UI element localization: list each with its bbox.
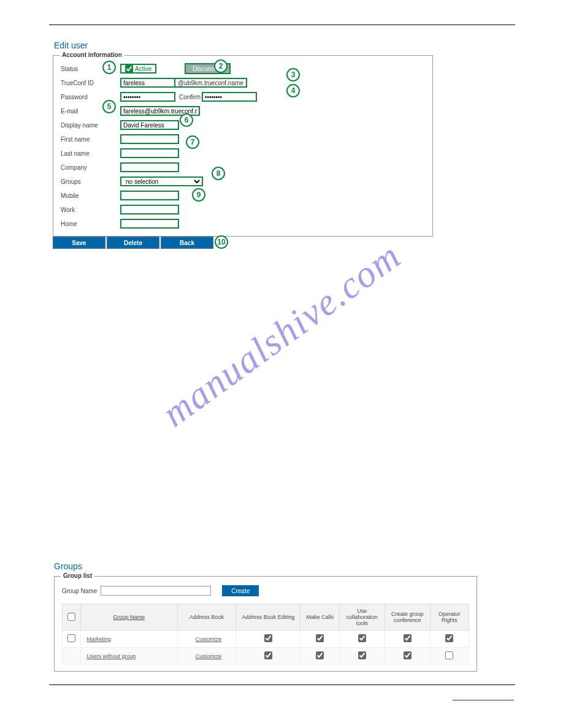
group-list-legend: Group list bbox=[61, 572, 94, 579]
table-row: Users without group Customize bbox=[63, 648, 469, 665]
display-name-input[interactable] bbox=[120, 120, 179, 130]
cb-or[interactable] bbox=[445, 634, 453, 642]
cb-cc[interactable] bbox=[404, 651, 412, 659]
callout-5: 5 bbox=[102, 100, 116, 113]
rule-bottom bbox=[49, 684, 515, 685]
groups-tbody: Marketing Customize Users without group … bbox=[63, 631, 469, 665]
trueconf-id-input[interactable] bbox=[120, 78, 175, 88]
cb-mc[interactable] bbox=[316, 651, 324, 659]
cb-abe[interactable] bbox=[264, 634, 272, 642]
group-link[interactable]: Marketing bbox=[80, 631, 177, 648]
callout-3: 3 bbox=[286, 68, 300, 82]
last-name-input[interactable] bbox=[120, 148, 179, 158]
callout-9: 9 bbox=[192, 188, 205, 202]
edit-user-title: Edit user bbox=[54, 40, 515, 50]
customize-link[interactable]: Customize bbox=[177, 631, 236, 648]
callout-7: 7 bbox=[186, 135, 199, 149]
first-name-input[interactable] bbox=[120, 134, 179, 144]
account-info-fieldset: Account information 1 2 3 4 5 6 7 8 9 St… bbox=[53, 55, 433, 237]
display-name-label: Display name bbox=[61, 122, 120, 129]
select-all-checkbox[interactable] bbox=[67, 613, 75, 621]
home-label: Home bbox=[61, 221, 120, 227]
work-input[interactable] bbox=[120, 205, 179, 214]
callout-2: 2 bbox=[214, 59, 228, 73]
groups-area: Groups Group list Group Name Create Grou… bbox=[54, 561, 515, 672]
company-label: Company bbox=[61, 164, 120, 171]
th-use-collab: Use collaboration tools bbox=[339, 604, 385, 631]
trueconf-id-label: TrueConf ID bbox=[61, 80, 120, 86]
group-name-input[interactable] bbox=[101, 586, 211, 596]
cb-uc[interactable] bbox=[358, 634, 366, 642]
account-info-legend: Account information bbox=[59, 51, 124, 58]
save-button[interactable]: Save bbox=[53, 237, 105, 249]
footer-link-underline bbox=[453, 700, 514, 700]
groups-title: Groups bbox=[54, 561, 515, 571]
confirm-label: Confirm bbox=[179, 94, 201, 100]
groups-select[interactable]: no selection bbox=[120, 176, 203, 186]
password-input[interactable] bbox=[120, 92, 175, 102]
group-link[interactable]: Users without group bbox=[80, 648, 177, 665]
mobile-input[interactable] bbox=[120, 191, 179, 200]
last-name-label: Last name bbox=[61, 150, 120, 157]
back-button[interactable]: Back bbox=[161, 237, 213, 249]
callout-6: 6 bbox=[180, 113, 193, 127]
th-address-book: Address Book bbox=[177, 604, 236, 631]
callout-10: 10 bbox=[215, 235, 228, 249]
create-button[interactable]: Create bbox=[222, 585, 259, 596]
customize-link[interactable]: Customize bbox=[177, 648, 236, 665]
group-name-label: Group Name bbox=[62, 588, 97, 594]
callout-4: 4 bbox=[286, 84, 300, 97]
cb-uc[interactable] bbox=[358, 651, 366, 659]
password-label: Password bbox=[61, 94, 120, 100]
th-address-book-editing: Address Book Editing bbox=[236, 604, 301, 631]
groups-table: Group Name Address Book Address Book Edi… bbox=[62, 604, 469, 665]
row-checkbox[interactable] bbox=[67, 634, 75, 642]
th-operator-rights: Operator Rights bbox=[430, 604, 469, 631]
rule-top bbox=[49, 25, 515, 25]
active-checkbox[interactable] bbox=[125, 65, 133, 73]
first-name-label: First name bbox=[61, 136, 120, 143]
th-group-name[interactable]: Group Name bbox=[80, 604, 177, 631]
page-content: Edit user Account information 1 2 3 4 5 … bbox=[49, 25, 515, 672]
table-row: Marketing Customize bbox=[63, 631, 469, 648]
callout-8: 8 bbox=[212, 167, 225, 180]
delete-button[interactable]: Delete bbox=[107, 237, 159, 249]
cb-abe[interactable] bbox=[264, 651, 272, 659]
home-input[interactable] bbox=[120, 219, 179, 229]
active-checkbox-wrap[interactable]: Active bbox=[120, 64, 156, 74]
cb-cc[interactable] bbox=[404, 634, 412, 642]
trueconf-domain: @ub9km.trueconf.name bbox=[174, 78, 247, 88]
confirm-input[interactable] bbox=[202, 92, 257, 102]
button-bar: Save Delete Back 10 bbox=[53, 237, 433, 249]
th-make-calls: Make Calls bbox=[301, 604, 339, 631]
mobile-label: Mobile bbox=[61, 192, 120, 199]
cb-or[interactable] bbox=[445, 651, 453, 659]
work-label: Work bbox=[61, 207, 120, 213]
active-label: Active bbox=[135, 66, 151, 72]
group-list-fieldset: Group list Group Name Create Group Name … bbox=[54, 576, 477, 672]
company-input[interactable] bbox=[120, 162, 179, 172]
th-create-conf: Create group conference bbox=[385, 604, 430, 631]
cb-mc[interactable] bbox=[316, 634, 324, 642]
groups-label: Groups bbox=[61, 178, 120, 185]
callout-1: 1 bbox=[102, 61, 116, 74]
